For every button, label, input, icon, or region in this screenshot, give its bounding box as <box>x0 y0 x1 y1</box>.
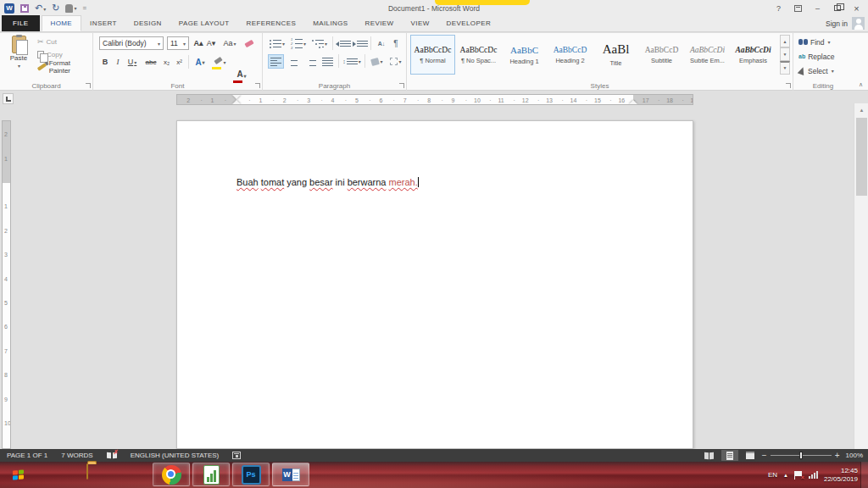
tab-stop-selector[interactable] <box>3 93 14 104</box>
help-button[interactable]: ? <box>769 0 788 16</box>
show-desktop-button[interactable] <box>860 462 868 488</box>
network-icon[interactable] <box>809 471 818 479</box>
vertical-ruler[interactable]: 2112345678910 <box>2 120 11 449</box>
horizontal-ruler[interactable]: 2112345678910111213141516171819·········… <box>176 94 693 105</box>
tab-view[interactable]: VIEW <box>403 15 438 31</box>
strikethrough-button[interactable]: abc <box>142 55 159 69</box>
tab-references[interactable]: REFERENCES <box>237 15 304 31</box>
bullets-button[interactable]: ▾ <box>268 36 287 51</box>
language-indicator[interactable]: ENGLISH (UNITED STATES) <box>124 452 226 459</box>
taskbar-chrome[interactable] <box>153 463 190 486</box>
styles-dialog-launcher[interactable] <box>786 83 791 88</box>
subscript-button[interactable]: x₂ <box>161 55 172 69</box>
zoom-slider[interactable] <box>771 455 832 456</box>
macro-recording[interactable] <box>225 452 248 459</box>
print-layout-button[interactable] <box>721 450 738 461</box>
show-hidden-icons-button[interactable]: ▲ <box>783 473 788 478</box>
read-mode-button[interactable] <box>701 450 718 461</box>
font-size-combo[interactable]: 11▾ <box>167 36 189 50</box>
clock[interactable]: 12:45 22/05/2019 <box>824 467 858 484</box>
superscript-button[interactable]: x² <box>174 55 185 69</box>
tab-file[interactable]: FILE <box>2 15 40 31</box>
tab-page-layout[interactable]: PAGE LAYOUT <box>170 15 238 31</box>
document-page[interactable]: Buahtomatyangbesariniberwarnamerah. <box>176 120 693 449</box>
action-center-icon[interactable]: × <box>794 471 803 480</box>
text-effects-button[interactable]: A▾ <box>192 55 209 69</box>
document-text[interactable]: Buahtomatyangbesariniberwarnamerah. <box>236 177 419 187</box>
redo-button[interactable]: ↻ <box>52 3 59 13</box>
font-name-combo[interactable]: Calibri (Body)▾ <box>99 36 164 50</box>
decrease-indent-button[interactable] <box>336 36 351 51</box>
restore-button[interactable] <box>827 0 847 16</box>
format-painter-button[interactable]: Format Painter <box>37 62 92 72</box>
close-button[interactable]: × <box>847 0 866 16</box>
styles-scroll-down-button[interactable]: ▼ <box>780 47 790 60</box>
paste-button[interactable]: Paste ▾ <box>4 36 33 83</box>
grow-font-button[interactable]: A▴ <box>192 36 204 50</box>
multilevel-list-button[interactable]: ▾ <box>310 36 329 51</box>
align-right-button[interactable] <box>303 54 319 69</box>
clear-formatting-button[interactable] <box>242 36 256 50</box>
taskbar-explorer[interactable] <box>86 464 88 480</box>
increase-indent-button[interactable] <box>353 36 368 51</box>
taskbar-chart-app[interactable] <box>192 463 230 486</box>
numbering-button[interactable]: 1 2 3 ▾ <box>289 36 308 51</box>
clipboard-dialog-launcher[interactable] <box>86 83 91 88</box>
underline-button[interactable]: U▾ <box>125 55 140 69</box>
proofing-status[interactable]: ✗ <box>100 452 124 459</box>
taskbar-photoshop[interactable]: Ps <box>232 463 270 486</box>
font-color-button[interactable]: A ▾ <box>232 69 251 82</box>
align-center-button[interactable] <box>286 54 302 69</box>
bold-button[interactable]: B <box>100 55 110 69</box>
select-button[interactable]: Select ▾ <box>798 65 834 76</box>
find-button[interactable]: Find ▾ <box>798 36 831 47</box>
tab-home[interactable]: HOME <box>42 15 82 31</box>
word-count[interactable]: 7 WORDS <box>54 452 99 459</box>
sort-button[interactable]: A↓ <box>374 36 389 51</box>
style-title[interactable]: AaBl Title <box>593 35 638 75</box>
page-indicator[interactable]: PAGE 1 OF 1 <box>0 452 54 459</box>
tab-mailings[interactable]: MAILINGS <box>304 15 356 31</box>
borders-button[interactable]: ▾ <box>387 54 404 69</box>
tab-design[interactable]: DESIGN <box>125 15 170 31</box>
font-dialog-launcher[interactable] <box>255 83 260 88</box>
style-subtle-emphasis[interactable]: AaBbCcDi Subtle Em... <box>685 35 730 75</box>
hanging-indent-marker[interactable] <box>232 100 241 104</box>
scroll-up-arrow[interactable]: ▲ <box>854 103 868 116</box>
taskbar-word[interactable]: W <box>272 463 309 486</box>
styles-scroll-up-button[interactable]: ▲ <box>780 35 790 47</box>
paragraph-dialog-launcher[interactable] <box>399 83 404 88</box>
shrink-font-button[interactable]: A▾ <box>205 36 217 50</box>
zoom-slider-thumb[interactable] <box>799 452 803 459</box>
zoom-in-button[interactable]: + <box>835 452 840 460</box>
vertical-scrollbar[interactable]: ▲ <box>854 103 868 449</box>
replace-button[interactable]: ab Replace <box>798 51 834 62</box>
line-spacing-button[interactable]: ↕ ▾ <box>342 54 362 69</box>
customize-qat-button[interactable]: = <box>82 4 86 12</box>
tab-developer[interactable]: DEVELOPER <box>438 15 500 31</box>
save-button[interactable] <box>20 4 29 13</box>
change-case-button[interactable]: Aa▾ <box>220 36 239 50</box>
sign-in[interactable]: Sign in <box>826 17 865 30</box>
style-subtitle[interactable]: AaBbCcD Subtitle <box>639 35 684 75</box>
justify-button[interactable] <box>320 54 336 69</box>
italic-button[interactable]: I <box>113 55 123 69</box>
show-formatting-button[interactable]: ¶ <box>390 36 402 51</box>
language-tray[interactable]: EN <box>768 471 777 479</box>
collapse-ribbon-button[interactable]: ∧ <box>859 81 863 88</box>
ribbon-options-button[interactable] <box>788 0 808 16</box>
scrollbar-thumb[interactable] <box>856 118 867 196</box>
style-heading-1[interactable]: AaBbC Heading 1 <box>502 35 547 75</box>
copy-button[interactable]: Copy <box>37 49 92 59</box>
undo-button[interactable]: ↶▾ <box>35 3 46 13</box>
minimize-button[interactable]: – <box>808 0 827 16</box>
zoom-level[interactable]: 100% <box>846 452 863 459</box>
zoom-out-button[interactable]: − <box>762 452 767 460</box>
tab-review[interactable]: REVIEW <box>357 15 403 31</box>
style-heading-2[interactable]: AaBbCcD Heading 2 <box>548 35 593 75</box>
style-no-spacing[interactable]: AaBbCcDc ¶ No Spac... <box>456 35 501 75</box>
touch-mode-button[interactable]: ▾ <box>65 4 76 13</box>
web-layout-button[interactable] <box>742 450 759 461</box>
style-normal[interactable]: AaBbCcDc ¶ Normal <box>410 35 455 75</box>
shading-button[interactable]: ▾ <box>368 54 387 69</box>
